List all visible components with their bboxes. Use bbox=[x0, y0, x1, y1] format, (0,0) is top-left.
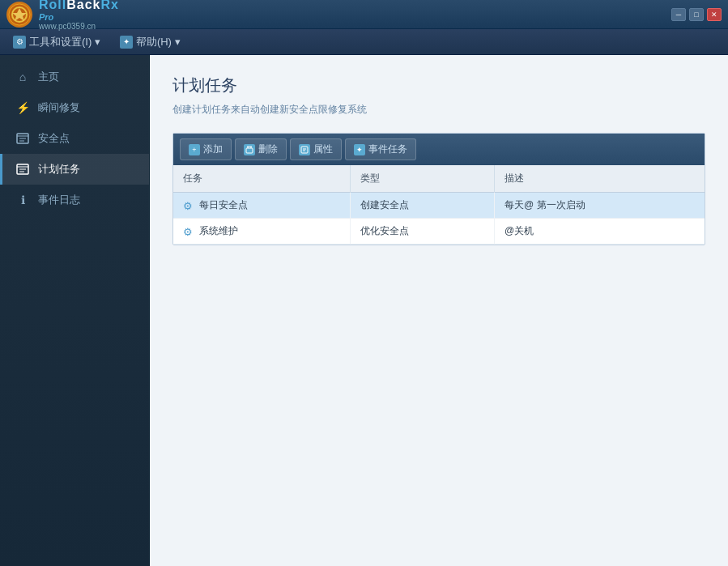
table-row[interactable]: ⚙每日安全点创建安全点每天@ 第一次启动 bbox=[173, 193, 705, 219]
add-label: 添加 bbox=[203, 143, 223, 156]
col-header-description: 描述 bbox=[494, 165, 705, 193]
properties-button[interactable]: 属性 bbox=[290, 138, 342, 160]
delete-label: 删除 bbox=[258, 143, 278, 156]
minimize-button[interactable]: ─ bbox=[671, 8, 686, 21]
sidebar-label-instant-repair: 瞬间修复 bbox=[38, 100, 80, 115]
content-area: 计划任务 创建计划任务来自动创建新安全点限修复系统 + 添加 删除 bbox=[150, 55, 728, 566]
task-type-cell: 创建安全点 bbox=[351, 193, 495, 219]
event-tasks-label: 事件任务 bbox=[368, 143, 407, 156]
help-icon: ✦ bbox=[120, 36, 133, 49]
task-gear-icon: ⚙ bbox=[183, 200, 194, 211]
sidebar-label-home: 主页 bbox=[38, 70, 59, 84]
title-roll: Roll bbox=[39, 0, 66, 11]
help-menu[interactable]: ✦ 帮助(H) ▾ bbox=[113, 32, 187, 53]
task-name: 系统维护 bbox=[199, 224, 238, 238]
delete-button[interactable]: 删除 bbox=[235, 138, 287, 160]
tools-icon: ⚙ bbox=[13, 36, 26, 49]
task-description-cell: @关机 bbox=[494, 219, 705, 245]
app-subtitle: Pro bbox=[39, 12, 119, 22]
title-bar-controls: ─ □ ✕ bbox=[671, 8, 722, 21]
page-title: 计划任务 bbox=[172, 74, 705, 96]
title-back: Back bbox=[66, 0, 100, 11]
sidebar-item-home[interactable]: ⌂ 主页 bbox=[0, 62, 149, 92]
task-name-cell: ⚙系统维护 bbox=[173, 219, 351, 245]
instant-repair-icon: ⚡ bbox=[15, 100, 30, 115]
task-description-cell: 每天@ 第一次启动 bbox=[494, 193, 705, 219]
sidebar-label-scheduled-tasks: 计划任务 bbox=[38, 162, 80, 177]
safe-point-icon bbox=[15, 131, 30, 146]
sidebar-item-safe-point[interactable]: 安全点 bbox=[0, 123, 149, 154]
task-name: 每日安全点 bbox=[199, 198, 248, 212]
help-menu-label: 帮助(H) ▾ bbox=[136, 35, 181, 49]
properties-icon bbox=[299, 144, 310, 155]
task-gear-icon: ⚙ bbox=[183, 226, 194, 237]
sidebar-label-safe-point: 安全点 bbox=[38, 131, 70, 146]
app-logo bbox=[6, 2, 32, 28]
app-title-main: RollBackRx bbox=[39, 0, 119, 12]
table-toolbar: + 添加 删除 属性 ✦ 事件任务 bbox=[173, 134, 705, 165]
page-description: 创建计划任务来自动创建新安全点限修复系统 bbox=[172, 103, 705, 117]
title-rx: Rx bbox=[100, 0, 118, 11]
app-url: www.pc0359.cn bbox=[39, 22, 119, 31]
properties-label: 属性 bbox=[313, 143, 333, 156]
event-tasks-button[interactable]: ✦ 事件任务 bbox=[345, 138, 416, 160]
delete-icon bbox=[244, 144, 255, 155]
scheduled-tasks-icon bbox=[15, 162, 30, 177]
sidebar: ⌂ 主页 ⚡ 瞬间修复 安全点 计划任务 ℹ 事件日志 bbox=[0, 55, 150, 566]
add-button[interactable]: + 添加 bbox=[180, 138, 232, 160]
table-container: + 添加 删除 属性 ✦ 事件任务 bbox=[172, 133, 705, 245]
add-icon: + bbox=[189, 144, 200, 155]
tools-menu[interactable]: ⚙ 工具和设置(I) ▾ bbox=[6, 32, 107, 53]
task-name-cell: ⚙每日安全点 bbox=[173, 193, 351, 219]
app-title: RollBackRx Pro www.pc0359.cn bbox=[39, 0, 119, 31]
close-button[interactable]: ✕ bbox=[707, 8, 722, 21]
sidebar-item-scheduled-tasks[interactable]: 计划任务 bbox=[0, 154, 149, 185]
svg-rect-11 bbox=[246, 148, 253, 153]
sidebar-item-event-log[interactable]: ℹ 事件日志 bbox=[0, 185, 149, 215]
title-bar-left: RollBackRx Pro www.pc0359.cn bbox=[6, 0, 119, 31]
menu-bar: ⚙ 工具和设置(I) ▾ ✦ 帮助(H) ▾ bbox=[0, 29, 728, 55]
svg-rect-15 bbox=[301, 147, 308, 153]
col-header-task: 任务 bbox=[173, 165, 351, 193]
maximize-button[interactable]: □ bbox=[689, 8, 704, 21]
event-log-icon: ℹ bbox=[15, 193, 30, 207]
table-row[interactable]: ⚙系统维护优化安全点@关机 bbox=[173, 219, 705, 245]
title-bar: RollBackRx Pro www.pc0359.cn ─ □ ✕ bbox=[0, 0, 728, 29]
sidebar-item-instant-repair[interactable]: ⚡ 瞬间修复 bbox=[0, 92, 149, 123]
col-header-type: 类型 bbox=[351, 165, 495, 193]
main-layout: ⌂ 主页 ⚡ 瞬间修复 安全点 计划任务 ℹ 事件日志 计划任务 创建计划任务来… bbox=[0, 55, 728, 566]
table-header-row: 任务 类型 描述 bbox=[173, 165, 705, 193]
home-icon: ⌂ bbox=[15, 70, 30, 84]
event-tasks-icon: ✦ bbox=[354, 144, 365, 155]
sidebar-label-event-log: 事件日志 bbox=[38, 193, 80, 207]
tools-menu-label: 工具和设置(I) ▾ bbox=[29, 35, 100, 49]
tasks-table: 任务 类型 描述 ⚙每日安全点创建安全点每天@ 第一次启动⚙系统维护优化安全点@… bbox=[173, 165, 705, 245]
task-type-cell: 优化安全点 bbox=[351, 219, 495, 245]
